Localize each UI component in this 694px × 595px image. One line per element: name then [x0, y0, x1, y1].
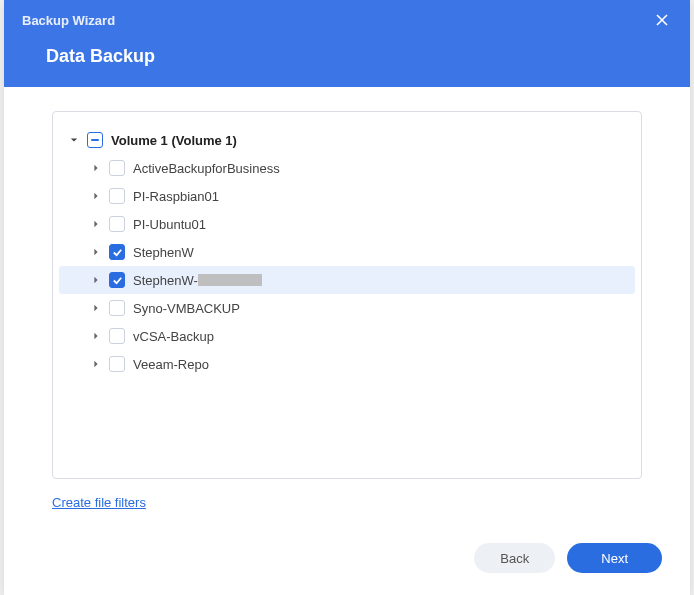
- title-bar: Backup Wizard: [4, 0, 690, 34]
- tree-label: PI-Raspbian01: [133, 189, 219, 204]
- close-icon[interactable]: [652, 10, 672, 30]
- checkbox[interactable]: [109, 188, 125, 204]
- checkbox-root[interactable]: [87, 132, 103, 148]
- chevron-right-icon[interactable]: [89, 301, 103, 315]
- checkbox[interactable]: [109, 328, 125, 344]
- wizard-header: Backup Wizard Data Backup: [4, 0, 690, 87]
- tree-row[interactable]: PI-Raspbian01: [59, 182, 635, 210]
- window-title: Backup Wizard: [22, 13, 115, 28]
- checkbox[interactable]: [109, 272, 125, 288]
- chevron-right-icon[interactable]: [89, 357, 103, 371]
- chevron-right-icon[interactable]: [89, 217, 103, 231]
- chevron-right-icon[interactable]: [89, 329, 103, 343]
- chevron-down-icon[interactable]: [67, 133, 81, 147]
- next-button[interactable]: Next: [567, 543, 662, 573]
- tree-row[interactable]: StephenW-: [59, 266, 635, 294]
- tree-label: Veeam-Repo: [133, 357, 209, 372]
- tree-label: StephenW: [133, 245, 194, 260]
- checkbox[interactable]: [109, 356, 125, 372]
- checkbox[interactable]: [109, 216, 125, 232]
- tree-row[interactable]: Syno-VMBACKUP: [59, 294, 635, 322]
- chevron-right-icon[interactable]: [89, 273, 103, 287]
- checkbox[interactable]: [109, 300, 125, 316]
- backup-wizard-window: Backup Wizard Data Backup Volume 1 (Volu…: [4, 0, 690, 595]
- tree-label: PI-Ubuntu01: [133, 217, 206, 232]
- tree-row[interactable]: Veeam-Repo: [59, 350, 635, 378]
- tree-row[interactable]: vCSA-Backup: [59, 322, 635, 350]
- wizard-footer: Back Next: [4, 529, 690, 595]
- chevron-right-icon[interactable]: [89, 245, 103, 259]
- folder-tree: Volume 1 (Volume 1) ActiveBackupforBusin…: [52, 111, 642, 479]
- tree-label: ActiveBackupforBusiness: [133, 161, 280, 176]
- page-title: Data Backup: [4, 34, 690, 87]
- tree-row[interactable]: PI-Ubuntu01: [59, 210, 635, 238]
- tree-row[interactable]: ActiveBackupforBusiness: [59, 154, 635, 182]
- chevron-right-icon[interactable]: [89, 161, 103, 175]
- tree-row[interactable]: StephenW: [59, 238, 635, 266]
- tree-label: Syno-VMBACKUP: [133, 301, 240, 316]
- wizard-content: Volume 1 (Volume 1) ActiveBackupforBusin…: [4, 87, 690, 529]
- tree-label: vCSA-Backup: [133, 329, 214, 344]
- tree-row-root[interactable]: Volume 1 (Volume 1): [59, 126, 635, 154]
- filter-link-row: Create file filters: [52, 479, 642, 517]
- redacted-text: [198, 274, 262, 286]
- back-button[interactable]: Back: [474, 543, 555, 573]
- checkbox[interactable]: [109, 244, 125, 260]
- chevron-right-icon[interactable]: [89, 189, 103, 203]
- tree-label-root: Volume 1 (Volume 1): [111, 133, 237, 148]
- checkbox[interactable]: [109, 160, 125, 176]
- create-file-filters-link[interactable]: Create file filters: [52, 495, 146, 510]
- tree-label: StephenW-: [133, 273, 262, 288]
